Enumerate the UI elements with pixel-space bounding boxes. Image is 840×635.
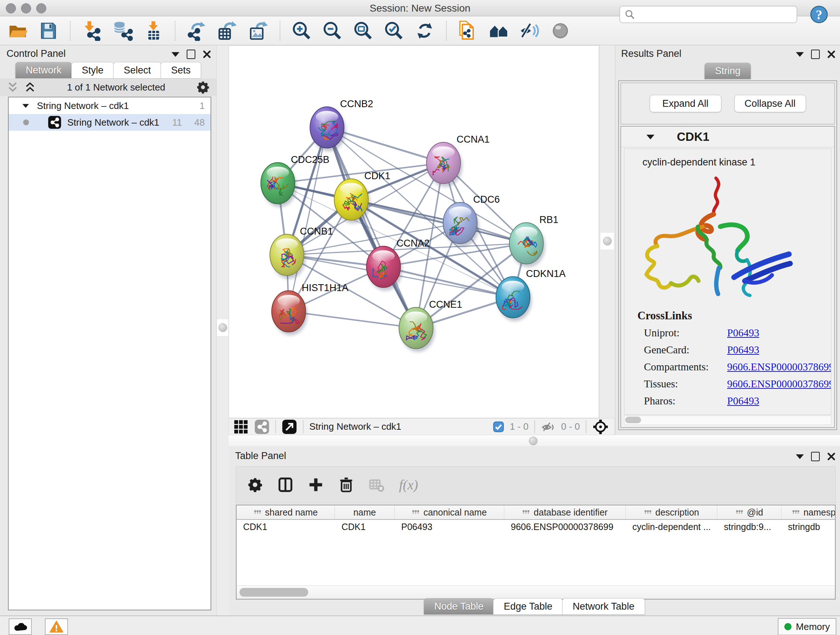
panel-menu-icon[interactable]: [172, 52, 180, 57]
node-result-header[interactable]: CDK1: [621, 127, 834, 147]
crosslink-link[interactable]: 9606.ENSP00000378699: [727, 361, 831, 373]
selected-checkbox-icon[interactable]: [493, 421, 504, 432]
crosslink-link[interactable]: 9606.ENSP00000378699: [727, 378, 831, 390]
zoom-out-button[interactable]: [322, 20, 343, 41]
tab-sets[interactable]: Sets: [161, 62, 201, 79]
collapse-all-button[interactable]: Collapse All: [734, 95, 806, 112]
memory-button[interactable]: Memory: [778, 618, 836, 635]
results-tab-string[interactable]: String: [704, 63, 751, 79]
help-button[interactable]: ?: [810, 5, 829, 24]
table-settings-gear-icon[interactable]: [247, 477, 263, 493]
table-row[interactable]: CDK1CDK1P064939606.ENSP00000378699cyclin…: [237, 520, 835, 534]
left-splitter[interactable]: [216, 45, 229, 616]
column-header-@id[interactable]: @id: [717, 505, 782, 519]
crosslink-link[interactable]: P06493: [727, 395, 759, 407]
refresh-view-button[interactable]: [414, 20, 435, 41]
column-header-description[interactable]: description: [626, 505, 717, 519]
column-header-database-identifier[interactable]: database identifier: [504, 505, 626, 519]
gear-icon[interactable]: [196, 80, 210, 94]
expand-all-button[interactable]: Expand All: [650, 95, 722, 112]
left-splitter-handle[interactable]: [217, 319, 228, 336]
column-header-canonical-name[interactable]: canonical name: [395, 505, 504, 519]
node-CDKN1A[interactable]: CDKN1A: [496, 268, 566, 321]
horizontal-splitter[interactable]: [229, 435, 840, 446]
table-horizontal-scrollbar[interactable]: [237, 585, 835, 599]
right-splitter[interactable]: [599, 45, 616, 418]
first-neighbors-button[interactable]: [488, 20, 509, 41]
warning-status-button[interactable]: [45, 618, 68, 635]
right-splitter-handle[interactable]: [600, 233, 614, 249]
collapse-all-icon[interactable]: [6, 81, 19, 93]
panel-menu-icon[interactable]: [796, 454, 804, 459]
table-cell[interactable]: stringdb:9...: [717, 520, 782, 534]
float-panel-icon[interactable]: [811, 50, 820, 59]
table-cell[interactable]: cyclin-dependent ...: [626, 520, 717, 534]
node-CCNE1[interactable]: CCNE1: [399, 299, 462, 352]
tree-expand-icon[interactable]: [22, 104, 29, 108]
column-header-namespace[interactable]: namespace: [782, 505, 836, 519]
tab-select[interactable]: Select: [113, 62, 161, 79]
import-network-database-button[interactable]: [112, 20, 133, 41]
show-graphics-details-button[interactable]: [550, 20, 571, 41]
expand-all-icon[interactable]: [24, 81, 36, 93]
node-CDC6[interactable]: CDC6: [443, 194, 500, 247]
float-panel-icon[interactable]: [811, 452, 820, 461]
network-canvas[interactable]: CCNB2CCNA1CDC25BCDK1CDC6RB1CCNB1CCNA2CDK…: [229, 45, 599, 418]
results-scrollbar[interactable]: [624, 416, 831, 425]
close-panel-icon[interactable]: [827, 50, 836, 59]
table-cell[interactable]: stringdb: [782, 520, 836, 534]
table-tab-node-table[interactable]: Node Table: [424, 598, 494, 615]
cloud-status-button[interactable]: [9, 618, 32, 635]
node-CDK1[interactable]: CDK1: [334, 171, 390, 223]
node-CCNB1[interactable]: CCNB1: [270, 226, 333, 279]
grid-view-icon[interactable]: [233, 419, 248, 434]
table-cell[interactable]: CDK1: [237, 520, 335, 534]
node-CCNA1[interactable]: CCNA1: [426, 134, 490, 187]
crosslink-link[interactable]: P06493: [727, 344, 759, 356]
zoom-in-button[interactable]: [291, 20, 312, 41]
search-input[interactable]: [639, 9, 792, 21]
network-view-icon[interactable]: [254, 419, 270, 434]
export-network-button[interactable]: [186, 20, 207, 41]
zoom-selected-button[interactable]: [384, 20, 404, 41]
table-cell[interactable]: P06493: [395, 520, 504, 534]
network-from-document-button[interactable]: [458, 20, 478, 41]
node-RB1[interactable]: RB1: [509, 214, 559, 267]
table-cell[interactable]: 9606.ENSP00000378699: [504, 520, 626, 534]
tab-network[interactable]: Network: [15, 62, 72, 79]
node-CCNB2[interactable]: CCNB2: [310, 98, 373, 151]
column-header-shared-name[interactable]: shared name: [237, 505, 335, 519]
delete-column-trash-icon[interactable]: [338, 477, 354, 493]
table-cell[interactable]: CDK1: [335, 520, 395, 534]
close-panel-icon[interactable]: [827, 452, 836, 461]
edge-CCNA2-CDKN1A[interactable]: [384, 267, 513, 297]
edge-HIST1H1A-CCNE1[interactable]: [289, 311, 416, 328]
node-CDC25B[interactable]: CDC25B: [261, 154, 330, 207]
node-HIST1H1A[interactable]: HIST1H1A: [272, 282, 348, 335]
table-tab-edge-table[interactable]: Edge Table: [493, 598, 563, 615]
network-collection-row[interactable]: String Network – cdk1 1: [9, 97, 210, 114]
show-columns-icon[interactable]: [278, 477, 294, 493]
collapse-entry-icon[interactable]: [646, 135, 654, 139]
export-table-button[interactable]: [217, 20, 238, 41]
edge-CCNB2-CCNE1[interactable]: [327, 127, 416, 328]
table-tab-network-table[interactable]: Network Table: [562, 598, 645, 615]
network-row-selected[interactable]: String Network – cdk1 11 48: [9, 114, 210, 131]
import-table-file-button[interactable]: [143, 20, 164, 41]
zoom-fit-button[interactable]: [353, 20, 374, 41]
crosshair-icon[interactable]: [592, 418, 609, 435]
open-session-button[interactable]: [7, 20, 28, 41]
import-network-file-button[interactable]: [81, 20, 103, 41]
tab-style[interactable]: Style: [71, 62, 114, 79]
birds-eye-view-icon[interactable]: [282, 419, 297, 434]
crosslink-link[interactable]: P06493: [727, 327, 759, 339]
hide-selection-button[interactable]: [519, 20, 540, 41]
results-scroll-thumb[interactable]: [625, 417, 641, 423]
close-panel-icon[interactable]: [202, 50, 211, 59]
float-panel-icon[interactable]: [187, 50, 195, 59]
add-column-icon[interactable]: [308, 477, 324, 493]
save-session-button[interactable]: [38, 20, 59, 41]
column-header-name[interactable]: name: [335, 505, 395, 519]
panel-menu-icon[interactable]: [796, 52, 804, 57]
hidden-eye-icon[interactable]: [541, 420, 555, 434]
